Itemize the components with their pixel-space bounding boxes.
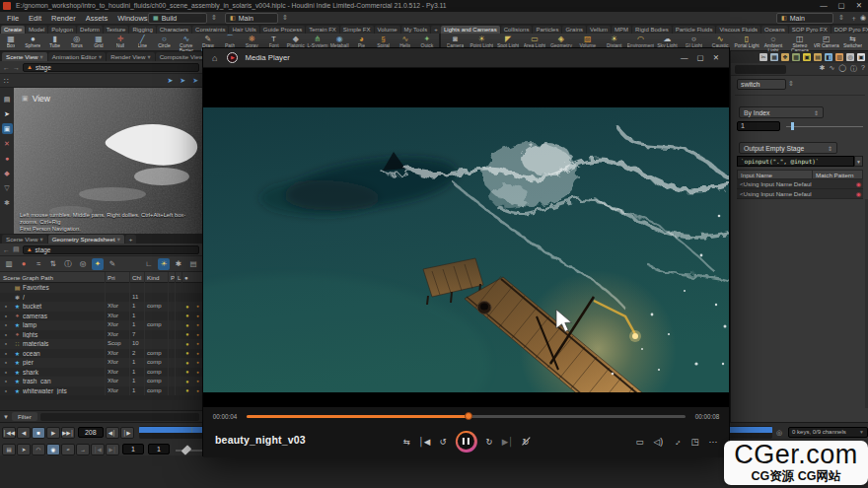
render-flag-icon[interactable]: ● bbox=[193, 322, 202, 327]
tool-sphere[interactable]: ●Sphere bbox=[22, 35, 43, 52]
timeline-zoom-icon[interactable]: ◎ bbox=[776, 429, 782, 437]
shelf-tab-rigid-bodies[interactable]: Rigid Bodies bbox=[632, 26, 672, 34]
shelf-tab-mpm[interactable]: MPM bbox=[612, 26, 631, 34]
palette-icon[interactable]: ❖ bbox=[781, 53, 789, 61]
range-end-field[interactable]: 1 bbox=[148, 444, 170, 454]
tree-row[interactable]: ✱/11 bbox=[0, 293, 202, 303]
stop[interactable]: ■ bbox=[32, 427, 45, 439]
range-start-field[interactable]: 1 bbox=[122, 444, 144, 454]
render-flag-icon[interactable]: ● bbox=[193, 304, 202, 309]
jump-to-end[interactable]: ▶▶│ bbox=[61, 427, 75, 439]
tree-row[interactable]: ●★lampXfor1comp●● bbox=[0, 320, 202, 330]
shelf-tab-texture[interactable]: Texture bbox=[104, 26, 129, 34]
select-arrow-icon[interactable]: ➤ bbox=[2, 108, 13, 119]
node-name-stepper-icon[interactable]: ⇕ bbox=[788, 80, 794, 88]
display-flag-icon[interactable]: ● bbox=[181, 387, 193, 393]
shelf-tab-vellum[interactable]: Vellum bbox=[587, 26, 611, 34]
index-slider-handle[interactable] bbox=[791, 122, 794, 130]
display-layers-icon[interactable]: ▥ bbox=[3, 258, 15, 270]
display-flag-icon[interactable]: ● bbox=[181, 360, 193, 366]
tool-switcher[interactable]: ⇆Switcher bbox=[839, 35, 866, 52]
tree-path-field[interactable]: ▲ stage bbox=[23, 245, 199, 254]
pane-tab-scene-view[interactable]: Scene View▾ bbox=[2, 235, 47, 244]
visibility-dot-icon[interactable]: ● bbox=[0, 379, 12, 383]
visibility-dot-icon[interactable]: ● bbox=[0, 332, 12, 337]
shelf-tab-sop-pyro-fx[interactable]: SOP Pyro FX bbox=[789, 26, 831, 34]
secure-selection-icon[interactable]: ▣ bbox=[2, 123, 13, 134]
scene-viewport[interactable]: ▤➤▣✕●◆▽✱ ▣ View Left mouse tumbles. Midd… bbox=[0, 88, 202, 234]
expression-dropdown-icon[interactable]: ▼ bbox=[854, 156, 863, 167]
path-back-icon[interactable]: ← bbox=[3, 64, 10, 71]
shelf-tab-dop-pyro-fx[interactable]: DOP Pyro FX bbox=[832, 26, 868, 34]
pane-tab-render-view[interactable]: Render View▾ bbox=[107, 52, 154, 61]
tool-stereo-camera[interactable]: ◫Stereo Camera bbox=[786, 35, 813, 52]
video-frame[interactable] bbox=[203, 68, 729, 407]
index-slider[interactable] bbox=[786, 121, 863, 131]
minimize-button[interactable]: — bbox=[817, 0, 831, 12]
tool-curve-bezier[interactable]: ∿Curve Bezier bbox=[176, 35, 197, 52]
picture-in-picture-icon[interactable]: ◳ bbox=[690, 437, 698, 447]
current-frame-field[interactable]: 208 bbox=[78, 427, 104, 438]
cut-icon[interactable]: ✂ bbox=[760, 53, 767, 61]
follow-playhead-icon[interactable]: ▤ bbox=[2, 444, 16, 455]
shelf-tab-item[interactable]: + bbox=[431, 26, 441, 34]
render-flag-icon[interactable]: ● bbox=[193, 379, 202, 383]
realtime-toggle-icon[interactable]: ◉ bbox=[46, 444, 60, 455]
gizmo-icon-1[interactable]: ➤ bbox=[167, 77, 173, 85]
render-flag-icon[interactable]: ● bbox=[193, 360, 202, 365]
visibility-dot-icon[interactable]: ● bbox=[0, 322, 12, 327]
tool-null[interactable]: ✛Null bbox=[109, 35, 131, 52]
shelf-tab-volume[interactable]: Volume bbox=[375, 26, 400, 34]
panel-icon[interactable]: ▣ bbox=[857, 53, 865, 61]
display-flag-icon[interactable]: ● bbox=[181, 369, 193, 375]
shelf-set-right-selector[interactable]: ◧ Main bbox=[776, 13, 833, 24]
range-right[interactable]: ▶│ bbox=[106, 444, 119, 455]
waveform-icon[interactable]: ≈ bbox=[61, 444, 75, 455]
shelf-tab-hair-utils[interactable]: Hair Utils bbox=[229, 26, 258, 34]
audio-scrub-icon[interactable]: ◠ bbox=[32, 444, 45, 455]
visibility-dot-icon[interactable]: ● bbox=[0, 360, 12, 365]
info-icon[interactable]: ⓘ bbox=[62, 258, 74, 270]
index-value-field[interactable]: 1 bbox=[737, 121, 780, 131]
shelf-tab-rigging[interactable]: Rigging bbox=[129, 26, 155, 34]
shelf-set-right-stepper-icon[interactable]: ⇕ bbox=[838, 14, 844, 22]
flag-icon[interactable]: ▣ bbox=[803, 53, 811, 61]
ramp-icon[interactable]: ∿ bbox=[829, 64, 834, 74]
gear-icon[interactable]: ✱ bbox=[173, 258, 184, 270]
light-filter-icon[interactable]: ✦ bbox=[92, 258, 104, 270]
display-flag-icon[interactable]: ● bbox=[181, 322, 193, 328]
shelf-tab-grains[interactable]: Grains bbox=[562, 26, 586, 34]
misc-tool-icon[interactable]: ✱ bbox=[2, 197, 13, 208]
folder-icon[interactable]: ▤ bbox=[187, 258, 199, 270]
shelf-set-left-selector[interactable]: ◧ Main bbox=[225, 13, 278, 24]
menu-file[interactable]: File bbox=[2, 12, 24, 25]
shelf-tab-polygon[interactable]: Polygon bbox=[48, 26, 76, 34]
gizmo-icon-2[interactable]: ➤ bbox=[180, 77, 185, 85]
maximize-button[interactable]: ▢ bbox=[834, 0, 848, 12]
node-name-field[interactable]: switch bbox=[737, 79, 786, 90]
loop-off-icon[interactable]: ↻ bbox=[522, 437, 529, 447]
tool-box[interactable]: ▦Box bbox=[0, 35, 22, 52]
mp-maximize-button[interactable]: ▢ bbox=[697, 53, 704, 62]
scene-view-path-field[interactable]: ▲ stage bbox=[23, 63, 199, 72]
range-left[interactable]: │◀ bbox=[91, 444, 105, 455]
render-flag-icon[interactable]: ● bbox=[193, 388, 202, 393]
shelf-tab-guide-process[interactable]: Guide Process bbox=[260, 26, 305, 34]
visibility-dot-icon[interactable]: ● bbox=[0, 370, 12, 375]
notes-icon[interactable]: ▤ bbox=[814, 53, 822, 61]
prev-frame[interactable]: ◀│ bbox=[106, 427, 119, 439]
gizmo-icon-3[interactable]: ➤ bbox=[192, 77, 198, 85]
tree-path-back-icon[interactable]: ← bbox=[3, 246, 10, 253]
gear-icon[interactable]: ✱ bbox=[820, 64, 826, 74]
menu-assets[interactable]: Assets bbox=[81, 12, 113, 25]
shelf-tab-collisions[interactable]: Collisions bbox=[501, 26, 533, 34]
mp-close-button[interactable]: ✕ bbox=[713, 53, 719, 62]
node-path-field[interactable] bbox=[735, 65, 786, 74]
desktop-selector[interactable]: ▦ Build bbox=[148, 13, 207, 24]
shelf-tab-oceans[interactable]: Oceans bbox=[761, 26, 788, 34]
play-reverse[interactable]: ◀ bbox=[17, 427, 31, 439]
tree-row[interactable]: ●★oceanXfor2comp●● bbox=[0, 349, 202, 359]
close-button[interactable]: ✕ bbox=[852, 0, 866, 12]
shelf-options-icon[interactable]: ◉ bbox=[860, 14, 866, 22]
seek-thumb[interactable] bbox=[465, 412, 472, 420]
